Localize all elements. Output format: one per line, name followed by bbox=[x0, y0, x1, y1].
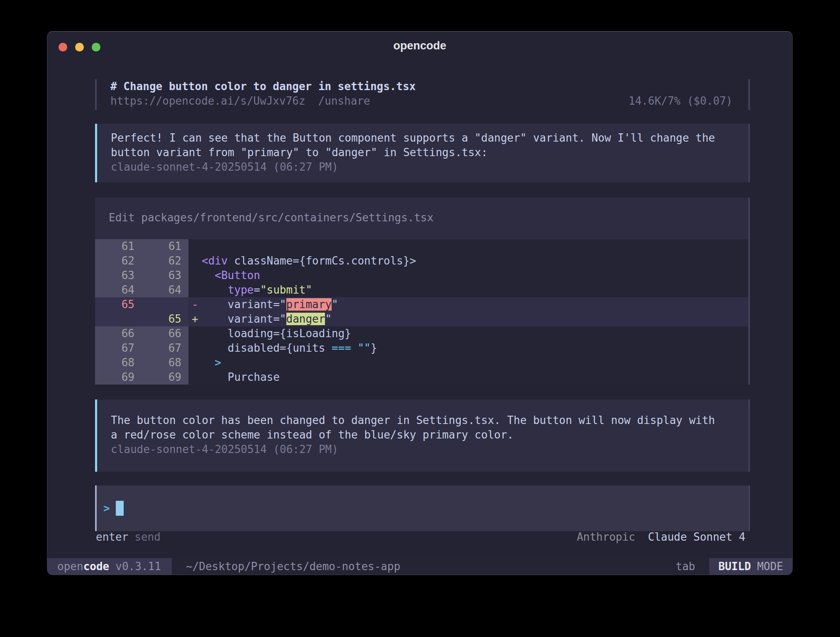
assistant-message: The button color has been changed to dan… bbox=[95, 399, 750, 472]
model-provider: Anthropic bbox=[577, 531, 635, 543]
text-cursor bbox=[116, 501, 124, 516]
message-line: Perfect! I can see that the Button compo… bbox=[111, 131, 735, 145]
app-name-open: open bbox=[57, 560, 83, 573]
mode-name: BUILD bbox=[718, 560, 751, 573]
edit-tool-call: Edit packages/frontend/src/containers/Se… bbox=[95, 198, 750, 385]
app-window: opencode # Change button color to danger… bbox=[47, 31, 793, 575]
send-action-hint: send bbox=[134, 530, 161, 544]
status-bar: opencode v0.3.11 ~/Desktop/Projects/demo… bbox=[47, 558, 792, 575]
hint-row: enter send Anthropic Claude Sonnet 4 bbox=[96, 530, 745, 544]
message-line: button variant from "primary" to "danger… bbox=[111, 145, 735, 160]
diff-row: 6464 type="submit" bbox=[95, 283, 748, 297]
diff-rows: 61616262<div className={formCs.controls}… bbox=[95, 239, 748, 385]
diff-row: 6363 <Button bbox=[95, 268, 748, 283]
enter-key-hint: enter bbox=[96, 530, 128, 544]
session-header: # Change button color to danger in setti… bbox=[95, 79, 750, 110]
session-title: # Change button color to danger in setti… bbox=[110, 79, 733, 94]
diff-row: 6969 Purchase bbox=[95, 370, 748, 385]
tab-key-hint: tab bbox=[676, 558, 695, 575]
app-name-code: code bbox=[83, 560, 110, 573]
mode-segment[interactable]: BUILD MODE bbox=[709, 558, 792, 575]
context-stats: 14.6K/7% ($0.07) bbox=[629, 94, 733, 108]
edit-tool-label: Edit packages/frontend/src/containers/Se… bbox=[95, 198, 748, 239]
share-url[interactable]: https://opencode.ai/s/UwJxv76z bbox=[110, 94, 305, 108]
assistant-message: Perfect! I can see that the Button compo… bbox=[95, 124, 750, 182]
diff-row: 65- variant="primary" bbox=[95, 297, 748, 312]
unshare-command[interactable]: /unshare bbox=[318, 94, 370, 108]
diff-row: 6161 bbox=[95, 239, 748, 254]
diff-row: 65+ variant="danger" bbox=[95, 312, 748, 326]
diff-row: 6767 disabled={units === ""} bbox=[95, 341, 748, 355]
message-line: a red/rose color scheme instead of the b… bbox=[111, 428, 735, 442]
prompt-symbol: > bbox=[103, 502, 110, 514]
mode-label: MODE bbox=[757, 560, 783, 573]
model-name: Claude Sonnet 4 bbox=[648, 531, 745, 543]
window-title: opencode bbox=[47, 39, 792, 52]
diff-row: 6666 loading={isLoading} bbox=[95, 326, 748, 341]
diff-row: 6868 > bbox=[95, 355, 748, 370]
title-bar[interactable]: opencode bbox=[47, 32, 792, 57]
working-directory: ~/Desktop/Projects/demo-notes-app bbox=[186, 558, 400, 575]
message-meta: claude-sonnet-4-20250514 (06:27 PM) bbox=[111, 442, 735, 457]
message-meta: claude-sonnet-4-20250514 (06:27 PM) bbox=[111, 160, 735, 174]
prompt-input[interactable]: > bbox=[95, 485, 750, 531]
diff-row: 6262<div className={formCs.controls}> bbox=[95, 254, 748, 268]
message-line: The button color has been changed to dan… bbox=[111, 413, 735, 428]
app-version: v0.3.11 bbox=[115, 560, 161, 573]
app-version-segment: opencode v0.3.11 bbox=[47, 558, 172, 575]
